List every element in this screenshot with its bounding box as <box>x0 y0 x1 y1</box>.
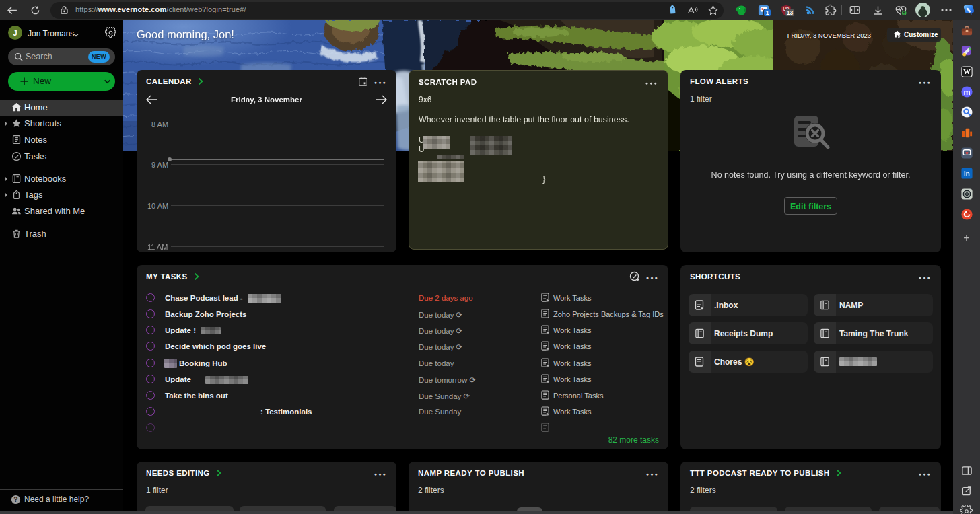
svg-text:W: W <box>963 67 971 75</box>
svg-text:m: m <box>963 87 970 96</box>
svg-text:in: in <box>964 170 970 177</box>
svg-text:?: ? <box>13 496 18 503</box>
